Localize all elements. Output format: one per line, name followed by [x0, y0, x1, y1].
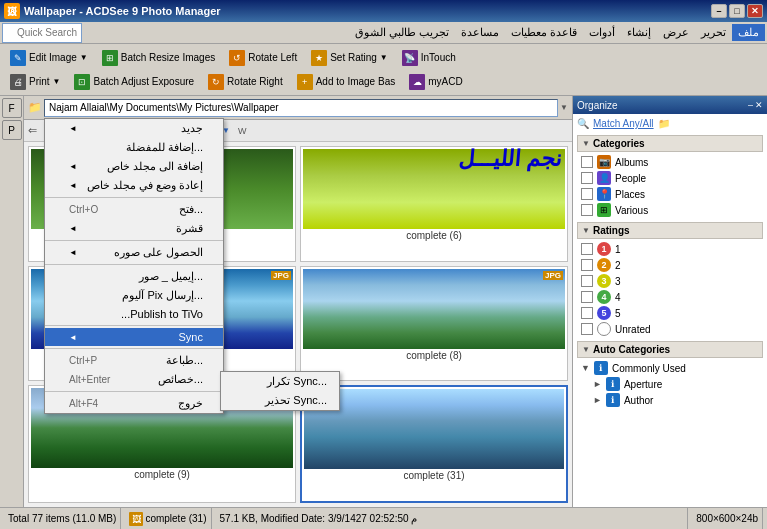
r5-checkbox[interactable] — [581, 307, 593, 319]
set-rating-icon: ★ — [311, 50, 327, 66]
menu-exit[interactable]: خروج Alt+F4 — [45, 394, 223, 413]
places-checkbox[interactable] — [581, 188, 593, 200]
unrated-checkbox[interactable] — [581, 323, 593, 335]
menu-file[interactable]: ملف — [732, 24, 765, 41]
r4-icon: 4 — [597, 290, 611, 304]
photo-label-2: complete (6) — [303, 229, 565, 242]
category-people[interactable]: 👤 People — [577, 170, 763, 186]
status-thumb-icon: 🖼 — [129, 512, 143, 526]
photo-item-4[interactable]: JPG complete (8) — [300, 266, 568, 382]
edit-image-button[interactable]: ✎ Edit Image ▼ — [4, 47, 94, 69]
menu-properties[interactable]: ...خصائص Alt+Enter — [45, 370, 223, 389]
add-imagebase-icon: + — [297, 74, 313, 90]
status-dimensions: 800×600×24b — [692, 508, 763, 529]
intouch-button[interactable]: 📡 InTouch — [396, 47, 462, 69]
status-info: 57.1 KB, Modified Date: 3/9/1427 02:52:5… — [216, 508, 689, 529]
organize-panel: Organize – ✕ 🔍 Match Any/All 📁 ▼ Categor… — [572, 96, 767, 507]
menu-shell[interactable]: قشرة — [45, 219, 223, 238]
status-total: Total 77 items (11.0 MB) — [4, 508, 121, 529]
r4-checkbox[interactable] — [581, 291, 593, 303]
autocat-author[interactable]: ► ℹ Author — [577, 392, 763, 408]
close-button[interactable]: ✕ — [747, 4, 763, 18]
rating-2[interactable]: 2 2 — [577, 257, 763, 273]
menu-get-photos[interactable]: الحصول على صوره — [45, 243, 223, 262]
print-button[interactable]: 🖨 Print ▼ — [4, 71, 66, 93]
menu-open[interactable]: ...فتح Ctrl+O — [45, 200, 223, 219]
add-to-imagebase-button[interactable]: + Add to Image Bas — [291, 71, 402, 93]
commonly-used-icon: ℹ — [594, 361, 608, 375]
sidebar-icon-2[interactable]: P — [2, 120, 22, 140]
myacd-button[interactable]: ☁ myACD — [403, 71, 468, 93]
categories-header[interactable]: ▼ Categories — [577, 135, 763, 152]
various-checkbox[interactable] — [581, 204, 593, 216]
menu-database[interactable]: قاعدة معطيات — [505, 24, 583, 41]
menu-restore-special-folder[interactable]: إعادة وضع في مجلد خاص — [45, 176, 223, 195]
address-input[interactable] — [44, 99, 558, 117]
menu-add-special-folder[interactable]: إضافة الى مجلد خاص — [45, 157, 223, 176]
organize-close[interactable]: ✕ — [755, 100, 763, 110]
albums-checkbox[interactable] — [581, 156, 593, 168]
menu-edit[interactable]: تحرير — [695, 24, 732, 41]
organize-minimize[interactable]: – — [748, 100, 753, 110]
photo-item-6[interactable]: complete (31) — [300, 385, 568, 503]
people-icon: 👤 — [597, 171, 611, 185]
intouch-icon: 📡 — [402, 50, 418, 66]
rotate-left-icon: ↺ — [229, 50, 245, 66]
category-albums[interactable]: 📷 Albums — [577, 154, 763, 170]
auto-categories-header[interactable]: ▼ Auto Categories — [577, 341, 763, 358]
rating-5[interactable]: 5 5 — [577, 305, 763, 321]
maximize-button[interactable]: □ — [729, 4, 745, 18]
author-icon: ℹ — [606, 393, 620, 407]
rating-unrated[interactable]: Unrated — [577, 321, 763, 337]
rotate-left-button[interactable]: ↺ Rotate Left — [223, 47, 303, 69]
menu-publish-tivo[interactable]: Publish to TiVo... — [45, 305, 223, 323]
rotate-right-button[interactable]: ↻ Rotate Right — [202, 71, 289, 93]
category-places[interactable]: 📍 Places — [577, 186, 763, 202]
autocat-aperture[interactable]: ► ℹ Aperture — [577, 376, 763, 392]
r1-checkbox[interactable] — [581, 243, 593, 255]
various-icon: ⊞ — [597, 203, 611, 217]
batch-adjust-button[interactable]: ⊡ Batch Adjust Exposure — [68, 71, 200, 93]
menu-help[interactable]: مساعدة — [455, 24, 505, 41]
r3-checkbox[interactable] — [581, 275, 593, 287]
title-bar: 🖼 Wallpaper - ACDSee 9 Photo Manager – □… — [0, 0, 767, 22]
unrated-icon — [597, 322, 611, 336]
quick-search-input[interactable] — [2, 23, 82, 43]
menu-experiment[interactable]: تجريب طالبي الشوق — [349, 24, 455, 41]
menu-print[interactable]: ...طباعة Ctrl+P — [45, 351, 223, 370]
sidebar-icon-1[interactable]: F — [2, 98, 22, 118]
menu-tools[interactable]: أدوات — [583, 24, 621, 41]
menu-create[interactable]: إنشاء — [621, 24, 657, 41]
menu-add-favorites[interactable]: ...إضافة للمفضلة — [45, 138, 223, 157]
myacd-icon: ☁ — [409, 74, 425, 90]
rating-3[interactable]: 3 3 — [577, 273, 763, 289]
left-sidebar: F P — [0, 96, 24, 507]
albums-icon: 📷 — [597, 155, 611, 169]
photo-item-2[interactable]: complete (6) — [300, 146, 568, 262]
rotate-right-icon: ↻ — [208, 74, 224, 90]
menu-email-photos[interactable]: ...إيميل _ صور — [45, 267, 223, 286]
category-various[interactable]: ⊞ Various — [577, 202, 763, 218]
menu-view[interactable]: عرض — [657, 24, 695, 41]
menu-sync[interactable]: Sync — [45, 328, 223, 346]
status-bar: Total 77 items (11.0 MB) 🖼 complete (31)… — [0, 507, 767, 529]
menu-send-pix[interactable]: ...إرسال Pix آليوم — [45, 286, 223, 305]
menu-new[interactable]: جديد — [45, 119, 223, 138]
categories-list: 📷 Albums 👤 People 📍 Places ⊞ Various — [577, 154, 763, 218]
r3-icon: 3 — [597, 274, 611, 288]
people-checkbox[interactable] — [581, 172, 593, 184]
set-rating-button[interactable]: ★ Set Rating ▼ — [305, 47, 394, 69]
match-bar: 🔍 Match Any/All 📁 — [577, 118, 763, 129]
ratings-header[interactable]: ▼ Ratings — [577, 222, 763, 239]
photo-panel: 📁 ▼ ⇐ ▤ Filter By ▼ ⊞ Group By ▼ ↕ Sort … — [24, 96, 572, 507]
window-title: Wallpaper - ACDSee 9 Photo Manager — [24, 5, 221, 17]
r5-icon: 5 — [597, 306, 611, 320]
minimize-button[interactable]: – — [711, 4, 727, 18]
organize-body: 🔍 Match Any/All 📁 ▼ Categories 📷 Albums … — [573, 114, 767, 507]
batch-resize-button[interactable]: ⊞ Batch Resize Images — [96, 47, 222, 69]
match-any-all[interactable]: Match Any/All — [593, 118, 654, 129]
r2-checkbox[interactable] — [581, 259, 593, 271]
rating-4[interactable]: 4 4 — [577, 289, 763, 305]
autocat-commonly-used[interactable]: ▼ ℹ Commonly Used — [577, 360, 763, 376]
rating-1[interactable]: 1 1 — [577, 241, 763, 257]
